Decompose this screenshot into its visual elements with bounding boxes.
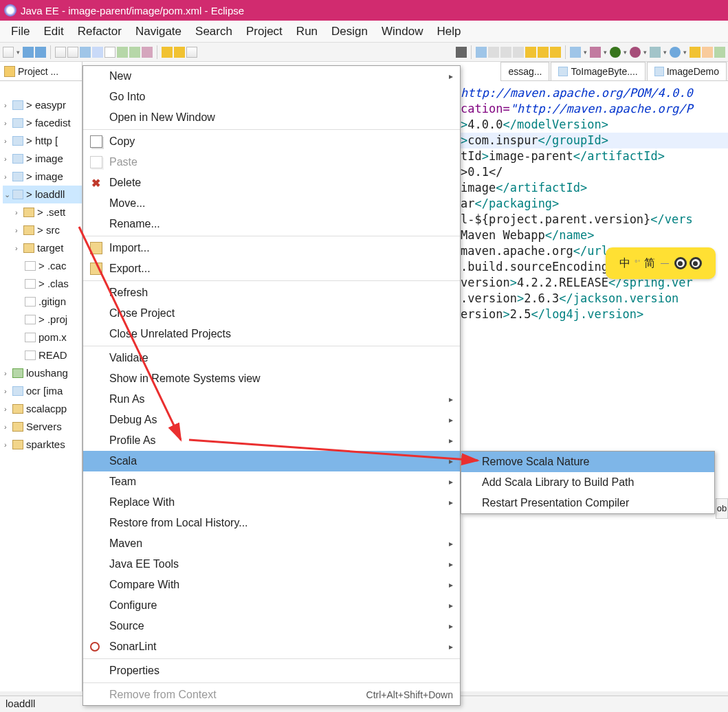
tool-icon[interactable] xyxy=(456,47,467,58)
dropdown-icon[interactable]: ▾ xyxy=(642,49,648,56)
menu-refresh[interactable]: Refresh xyxy=(83,282,460,303)
dropdown-icon[interactable]: ▾ xyxy=(602,49,608,56)
tool-icon[interactable] xyxy=(92,47,103,58)
menu-new[interactable]: New▸ xyxy=(83,66,460,87)
save-icon[interactable] xyxy=(23,47,34,58)
menu-scala[interactable]: Scala▸ xyxy=(83,451,460,471)
tool-icon[interactable] xyxy=(650,47,661,58)
tree-item[interactable]: ›> easypr xyxy=(3,96,82,114)
tool-icon[interactable] xyxy=(55,47,66,58)
menu-navigate[interactable]: Navigate xyxy=(129,22,188,41)
tree-item[interactable]: ›scalacpp xyxy=(3,400,82,418)
menu-javaee-tools[interactable]: Java EE Tools▸ xyxy=(83,554,460,575)
menu-design[interactable]: Design xyxy=(324,22,375,41)
tree-item[interactable]: .gitign xyxy=(3,293,82,311)
menu-profile-as[interactable]: Profile As▸ xyxy=(83,430,460,451)
tree-item[interactable]: ›> facedist xyxy=(3,114,82,132)
tree-item[interactable]: > .proj xyxy=(3,311,82,329)
dropdown-icon[interactable]: ▾ xyxy=(622,49,628,56)
tool-icon[interactable] xyxy=(174,47,185,58)
menu-delete[interactable]: ✖Delete xyxy=(83,173,460,193)
menu-source[interactable]: Source▸ xyxy=(83,616,460,636)
menu-search[interactable]: Search xyxy=(188,22,239,41)
tree-item[interactable]: ›> src xyxy=(3,221,82,239)
menu-configure[interactable]: Configure▸ xyxy=(83,595,460,616)
tool-icon[interactable] xyxy=(690,47,701,58)
pause-icon[interactable] xyxy=(488,47,499,58)
step-icon[interactable] xyxy=(513,47,524,58)
tree-item[interactable]: ›sparktes xyxy=(3,436,82,454)
menu-rename[interactable]: Rename... xyxy=(83,214,460,234)
menu-edit[interactable]: Edit xyxy=(36,22,70,41)
tree-item[interactable]: ›> http [ xyxy=(3,132,82,150)
dropdown-icon[interactable]: ▾ xyxy=(682,49,688,56)
menu-open-new-window[interactable]: Open in New Window xyxy=(83,107,460,128)
tree-item[interactable]: ›loushang xyxy=(3,364,82,382)
menu-run-as[interactable]: Run As▸ xyxy=(83,389,460,410)
dropdown-icon[interactable]: ▾ xyxy=(15,49,21,56)
tool-icon[interactable] xyxy=(142,47,153,58)
tree-item[interactable]: ›Servers xyxy=(3,418,82,436)
menu-restore-local[interactable]: Restore from Local History... xyxy=(83,513,460,533)
submenu-add-scala-library[interactable]: Add Scala Library to Build Path xyxy=(461,472,714,493)
tree-item[interactable]: > .cac xyxy=(3,257,82,275)
run-icon[interactable] xyxy=(610,47,621,58)
problems-tab[interactable]: ob xyxy=(716,498,728,519)
menu-replace-with[interactable]: Replace With▸ xyxy=(83,492,460,513)
tree-item[interactable]: ›ocr [ima xyxy=(3,382,82,400)
submenu-restart-compiler[interactable]: Restart Presentation Compiler xyxy=(461,493,714,513)
menu-window[interactable]: Window xyxy=(375,22,430,41)
save-all-icon[interactable] xyxy=(35,47,46,58)
step-return-icon[interactable] xyxy=(550,47,561,58)
menu-help[interactable]: Help xyxy=(430,22,467,41)
tree-item[interactable]: ›> .sett xyxy=(3,203,82,221)
tool-icon[interactable] xyxy=(117,47,128,58)
menu-import[interactable]: Import... xyxy=(83,238,460,258)
tree-item[interactable]: > .clas xyxy=(3,275,82,293)
tool-icon[interactable] xyxy=(104,47,115,58)
tree-item[interactable]: ›> image xyxy=(3,168,82,186)
tool-icon[interactable] xyxy=(714,47,725,58)
menu-copy[interactable]: Copy xyxy=(83,131,460,152)
menu-run[interactable]: Run xyxy=(289,22,324,41)
tree-item-loaddll[interactable]: ⌄> loaddll xyxy=(3,186,82,203)
ext-tools-icon[interactable] xyxy=(590,47,601,58)
menu-debug-as[interactable]: Debug As▸ xyxy=(83,410,460,430)
tree-item[interactable]: ›target xyxy=(3,239,82,257)
submenu-remove-scala-nature[interactable]: Remove Scala Nature xyxy=(461,452,714,472)
menu-sonarlint[interactable]: SonarLint▸ xyxy=(83,636,460,657)
editor-tab[interactable]: essag... xyxy=(500,62,549,80)
tool-icon[interactable] xyxy=(80,47,91,58)
editor-tab[interactable]: ImageDemo xyxy=(647,62,727,80)
tool-icon[interactable] xyxy=(129,47,140,58)
menu-properties[interactable]: Properties xyxy=(83,660,460,681)
ime-widget[interactable]: 中 °ˈ 简 ⸺ xyxy=(606,247,716,279)
server-icon[interactable] xyxy=(670,47,681,58)
menu-compare-with[interactable]: Compare With▸ xyxy=(83,575,460,595)
menu-file[interactable]: File xyxy=(4,22,36,41)
tree-item[interactable]: ›> image xyxy=(3,150,82,168)
step-into-icon[interactable] xyxy=(538,47,549,58)
menu-go-into[interactable]: Go Into xyxy=(83,87,460,107)
run-config-icon[interactable] xyxy=(630,47,641,58)
tree-item[interactable]: READ xyxy=(3,346,82,364)
dropdown-icon[interactable]: ▾ xyxy=(582,49,588,56)
tree-item[interactable]: pom.x xyxy=(3,329,82,346)
menu-validate[interactable]: Validate xyxy=(83,348,460,368)
new-button-icon[interactable] xyxy=(3,47,14,58)
menu-refactor[interactable]: Refactor xyxy=(71,22,129,41)
resume-icon[interactable] xyxy=(476,47,487,58)
menu-close-project[interactable]: Close Project xyxy=(83,303,460,324)
dropdown-icon[interactable]: ▾ xyxy=(662,49,668,56)
menu-project[interactable]: Project xyxy=(239,22,289,41)
step-over-icon[interactable] xyxy=(525,47,536,58)
tool-icon[interactable] xyxy=(186,47,197,58)
menu-close-unrelated[interactable]: Close Unrelated Projects xyxy=(83,324,460,344)
tool-icon[interactable] xyxy=(702,47,713,58)
debug-icon[interactable] xyxy=(570,47,581,58)
stop-icon[interactable] xyxy=(500,47,511,58)
project-tree[interactable]: ›> easypr ›> facedist ›> http [ ›> image… xyxy=(0,81,82,454)
menu-move[interactable]: Move... xyxy=(83,193,460,214)
menu-export[interactable]: Export... xyxy=(83,258,460,279)
tool-icon[interactable] xyxy=(162,47,173,58)
